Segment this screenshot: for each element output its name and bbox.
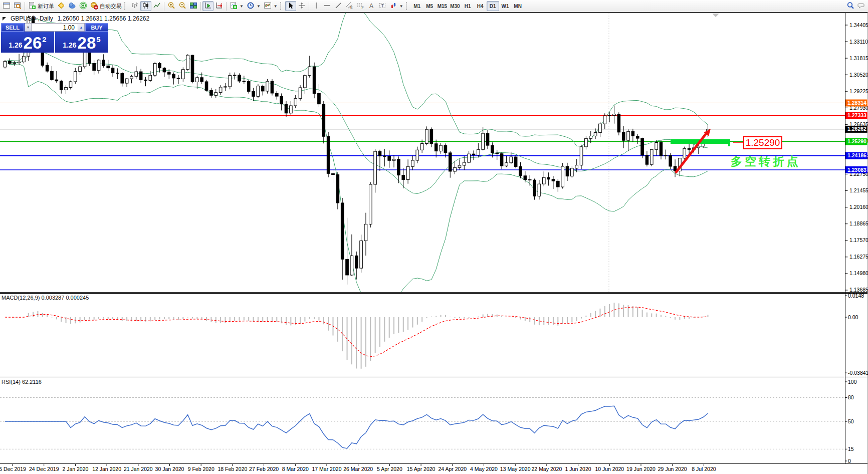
dropdown-caret-icon: ▼ — [399, 4, 403, 9]
candlestick-chart-button[interactable] — [140, 1, 151, 11]
metaeditor-button[interactable] — [56, 1, 67, 11]
text-label-button[interactable]: T — [377, 1, 388, 11]
signals-button[interactable] — [78, 1, 89, 11]
buy-price-big: 28 — [78, 36, 96, 51]
svg-text:1.23083: 1.23083 — [847, 167, 866, 173]
bar-chart-button[interactable] — [129, 1, 140, 11]
timeframe-m5-button[interactable]: M5 — [423, 1, 436, 11]
sell-price[interactable]: 1.26 26 2 — [1, 32, 55, 53]
chart-shift-icon — [215, 2, 223, 11]
chart-svg: 1.344051.331101.318151.305201.292251.279… — [0, 0, 868, 474]
indicators-button[interactable]: ▼ — [262, 1, 279, 11]
svg-text:1.34405: 1.34405 — [849, 22, 868, 28]
chart-menu-icon[interactable] — [3, 17, 6, 21]
text-label-icon: T — [378, 2, 386, 11]
timeframe-d1-button[interactable]: D1 — [487, 1, 499, 11]
timeframe-h1-button[interactable]: H1 — [462, 1, 474, 11]
svg-text:5 Apr 2020: 5 Apr 2020 — [377, 466, 402, 472]
rsi-panel — [0, 398, 845, 449]
chart-shift-button[interactable] — [213, 1, 225, 11]
fibonacci-button[interactable]: F — [355, 1, 366, 11]
tile-windows-button[interactable] — [188, 1, 199, 11]
sell-button[interactable]: SELL — [1, 23, 24, 32]
new-order-icon — [28, 2, 36, 11]
volume-up-button[interactable]: ▲ — [78, 23, 85, 32]
svg-text:5 Dec 2019: 5 Dec 2019 — [0, 466, 26, 472]
timeframe-m30-button[interactable]: M30 — [449, 1, 461, 11]
macd-indicator-label: MACD(12,26,9) 0.003287 0.000245 — [2, 295, 89, 301]
new-order-label: 新订单 — [38, 3, 54, 10]
toolbar-separator — [226, 2, 227, 11]
zoom-in-icon — [167, 2, 175, 11]
zoom-in-button[interactable] — [166, 1, 177, 11]
market-icon — [68, 2, 76, 11]
volume-input[interactable]: 1.00 — [32, 23, 78, 32]
buy-price-sup: 5 — [96, 35, 100, 44]
svg-text:12 Jan 2020: 12 Jan 2020 — [92, 466, 121, 472]
market-button[interactable] — [67, 1, 78, 11]
community-button[interactable] — [856, 1, 867, 11]
new-chart-button[interactable]: ▼ — [228, 1, 245, 11]
volume-down-button[interactable]: ▼ — [25, 23, 32, 32]
svg-text:1.25290: 1.25290 — [847, 138, 866, 144]
price-chart[interactable]: 1.344051.331101.318151.305201.292251.279… — [0, 0, 868, 474]
strategy-tester-button[interactable] — [12, 1, 23, 11]
svg-text:8 Jul 2020: 8 Jul 2020 — [692, 466, 716, 472]
vertical-line-button[interactable] — [311, 1, 322, 11]
timeframe-mn-button[interactable]: MN — [512, 1, 524, 11]
timeframe-m15-button[interactable]: M15 — [436, 1, 449, 11]
period-clock-icon — [247, 2, 255, 11]
toolbar-separator — [200, 2, 201, 11]
new-order-button[interactable]: 新订单 — [27, 1, 56, 11]
trendline-button[interactable] — [333, 1, 344, 11]
svg-text:29 Jun 2020: 29 Jun 2020 — [658, 466, 687, 472]
arrows-button[interactable]: ▼ — [388, 1, 405, 11]
svg-text:0.0148: 0.0148 — [848, 293, 864, 299]
period-button[interactable]: ▼ — [245, 1, 262, 11]
cursor-button[interactable] — [285, 1, 296, 11]
crosshair-button[interactable] — [296, 1, 307, 11]
svg-text:1.18865: 1.18865 — [849, 220, 868, 226]
zoom-out-button[interactable] — [177, 1, 188, 11]
svg-text:24 Dec 2019: 24 Dec 2019 — [29, 466, 59, 472]
toolbar-separator — [25, 2, 25, 11]
price-annotation-box[interactable]: 1.25290 — [743, 136, 782, 149]
equidistant-channel-button[interactable]: E — [344, 1, 355, 11]
search-icon — [846, 2, 854, 11]
autotrading-icon — [90, 2, 98, 11]
svg-text:1.33110: 1.33110 — [849, 39, 868, 45]
toolbar-grip — [280, 2, 283, 10]
bollinger-middle — [5, 50, 708, 193]
svg-text:1.31815: 1.31815 — [849, 55, 868, 61]
search-button[interactable] — [845, 1, 856, 11]
svg-text:22 May 2020: 22 May 2020 — [532, 466, 562, 472]
line-chart-button[interactable] — [151, 1, 162, 11]
timeframe-w1-button[interactable]: W1 — [499, 1, 512, 11]
autotrading-button[interactable]: 自动交易 — [89, 1, 123, 11]
buy-price[interactable]: 1.26 28 5 — [55, 32, 108, 53]
dropdown-caret-icon: ▼ — [240, 4, 244, 9]
svg-text:9 Feb 2020: 9 Feb 2020 — [188, 466, 214, 472]
svg-text:1.16275: 1.16275 — [849, 254, 868, 260]
sell-price-small: 1.26 — [9, 41, 22, 49]
horizontal-line-button[interactable] — [322, 1, 333, 11]
community-chat-icon — [857, 2, 865, 11]
timeframe-m1-button[interactable]: M1 — [411, 1, 423, 11]
tile-windows-icon — [189, 2, 197, 11]
svg-text:T: T — [381, 3, 384, 8]
buy-button[interactable]: BUY — [85, 23, 108, 32]
symbol-period-label: GBPUSD-,Daily — [11, 15, 53, 22]
trend-note-text[interactable]: 多空转折点 — [731, 154, 801, 169]
svg-text:0.00: 0.00 — [848, 314, 858, 320]
text-icon: A — [367, 2, 375, 11]
dropdown-caret-icon: ▼ — [257, 4, 261, 9]
chart-window-button[interactable] — [1, 1, 12, 11]
trend-arrow — [676, 132, 707, 173]
line-chart-icon — [153, 2, 161, 11]
auto-scroll-button[interactable] — [202, 1, 213, 11]
text-button[interactable]: A — [366, 1, 377, 11]
equidistant-channel-icon: E — [345, 2, 353, 11]
timeframe-h4-button[interactable]: H4 — [474, 1, 487, 11]
svg-text:F: F — [361, 6, 363, 10]
auto-scroll-icon — [204, 2, 212, 11]
